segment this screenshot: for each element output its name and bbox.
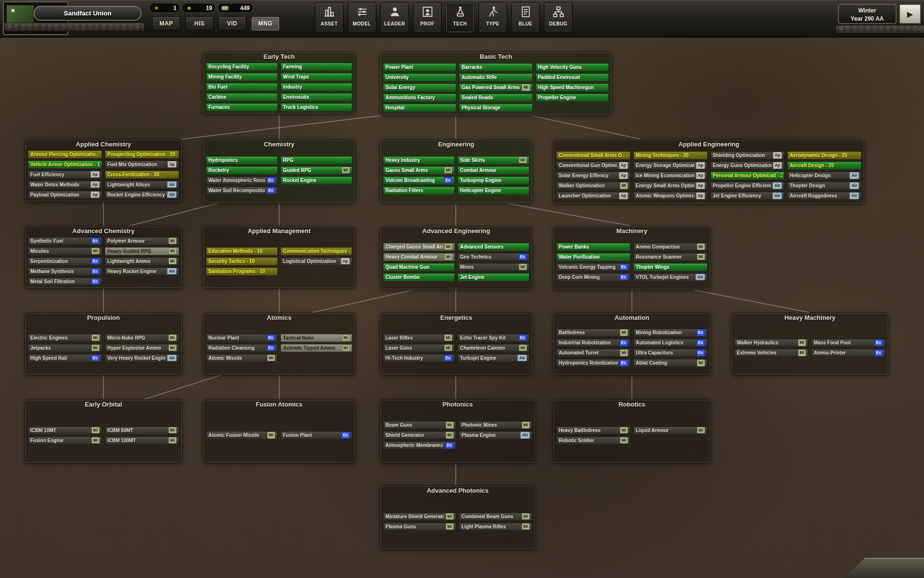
tech-item[interactable]: Solar Energy EffiencyAp [556,171,630,180]
tech-item[interactable]: Micro-Nuke RPGMi [105,334,179,342]
tech-item[interactable]: Guided RPGMi [281,166,352,174]
tech-item[interactable]: Quad Machine Gun [383,263,455,271]
tech-item[interactable]: Ablat CoatingMi [633,359,707,367]
tech-item[interactable]: JetpacksMi [28,344,102,352]
tech-item[interactable]: Energy Guns OptimizationAp [710,161,784,170]
tech-item[interactable]: Heavy BattledressMi [556,426,630,434]
tech-item[interactable]: Water Detox MethodsAp [28,181,102,189]
tech-item[interactable]: Mining Facility [206,73,278,81]
tech-item[interactable]: Metal Soil FiltrationEc [28,277,102,286]
tech-item[interactable]: Thopter DesignAir [787,182,861,190]
tech-item[interactable]: Resonance ScannerMi [633,253,707,261]
tech-item[interactable]: Wind Traps [281,73,352,81]
tech-item[interactable]: Extreme VehiclesMi [734,349,808,357]
model-button[interactable]: MODEL [347,2,376,33]
tech-item[interactable]: Industry [281,83,352,91]
tech-item[interactable]: Echo Tracer Spy KitEc [458,334,529,342]
tech-item[interactable]: Energy Small Arms Optimiz.Ap [633,182,707,190]
tech-item[interactable]: Geo TechnicsEc [458,253,529,261]
tech-item[interactable]: Deep Core MiningEc [556,273,630,281]
tech-item[interactable]: Fusion EngineMi [28,436,102,445]
tech-item[interactable]: Radiation Filters [383,186,455,195]
tech-item[interactable]: Plasma EngineAir [459,431,532,439]
tab-vid[interactable]: VID [218,16,246,31]
tech-item[interactable]: Side SkirtsMi [458,156,529,164]
tech-item[interactable]: Rocket Engine [281,176,352,184]
tech-item[interactable]: Security Tactics - 10 [206,257,278,265]
tech-item[interactable]: Automated TurretMi [556,349,630,357]
tech-item[interactable]: MinesMi [458,263,529,271]
tech-item[interactable]: Walker HydraulicsMi [734,339,808,347]
type-button[interactable]: TYPE [478,2,507,33]
tech-item[interactable]: Aircraft RuggednessAir [787,192,861,200]
tech-item[interactable]: RPG [281,156,352,164]
tech-item[interactable]: Thopter Wings [633,263,707,271]
leader-button[interactable]: LEADER [380,2,409,33]
tech-item[interactable]: Nuclear PlantEc [206,334,278,342]
tech-item[interactable]: Propeller Engine EfficiencyAir [710,182,784,190]
tech-item[interactable]: Heavy Rocket EngineAir [105,267,179,276]
tech-item[interactable]: Physical Storage [459,104,532,112]
tech-item[interactable]: High Speed RailEc [28,354,102,362]
tech-item[interactable]: Laser RiflesMi [383,334,455,342]
tech-item[interactable]: Beam GunsMi [383,421,456,429]
tech-item[interactable]: Logistical OptimizationAp [281,257,352,265]
tech-item[interactable]: Envirosuits [281,93,352,101]
tech-item[interactable]: Very Heavy Rocket EngineAir [105,354,179,362]
blue-button[interactable]: BLUE [511,2,540,33]
tech-item[interactable]: Ammo CompactionMi [633,243,707,251]
tech-item[interactable]: Helicopter DesignAir [787,171,861,180]
tech-item[interactable]: Automated LogisticsEc [633,339,707,347]
tech-item[interactable]: Heavy Industry [383,156,455,164]
tech-item[interactable]: Communication Techniques - 10 [281,247,352,255]
tech-item[interactable]: SerpentinizationEc [28,257,102,265]
tech-item[interactable]: Advanced Sensors [458,243,529,251]
tech-item[interactable]: Cross-Fertilization - 20 [105,171,179,179]
tech-item[interactable]: Aerodynamic Design - 20 [787,151,861,159]
debug-button[interactable]: DEBUG [544,2,573,33]
tech-item[interactable]: Armour Piercing Optimizatio.. - 10 [28,150,102,158]
tech-item[interactable]: Laser GunsMi [383,344,455,352]
tech-item[interactable]: Personal Armour Optimizati - 20 [710,171,784,180]
tech-item[interactable]: Photonic MinesMi [459,421,532,429]
tech-item[interactable]: Hyper Explosive AmmoMi [105,344,179,352]
tech-item[interactable]: Fuel Mix OptimizationAp [105,160,179,169]
tech-item[interactable]: Robotic SoldierMi [556,436,630,445]
tech-item[interactable]: Gas Powered Small ArmsMi [459,83,532,92]
tech-item[interactable]: Electric EnginesMi [28,334,102,342]
tech-item[interactable]: Fuel EfficiencyAp [28,171,102,179]
play-button[interactable]: ▶ [899,4,921,24]
tech-item[interactable]: Mining RobotizationEc [633,328,707,337]
tech-item[interactable]: Ammunitions Factory [383,93,456,102]
tech-item[interactable]: Charged Gauss Small ArmsMi [383,243,455,251]
tech-item[interactable]: Ice Mining EconomizationAp [633,171,707,180]
tech-item[interactable]: Hydroponics RobotizationEc [556,359,630,367]
tech-item[interactable]: High Speed Machinegun [536,83,609,92]
tech-item[interactable]: Turboprop Engine [458,176,529,184]
tech-item[interactable]: Launcher OptimizationAp [556,192,630,200]
tech-item[interactable]: Hospital [383,104,456,112]
tech-item[interactable]: Tactical NukeMi [281,334,352,342]
tech-item[interactable]: Solar Energy [383,83,456,92]
tech-item[interactable]: Mining Techniques - 20 [633,151,707,159]
tech-item[interactable]: Bio Fuel [206,83,278,91]
tech-item[interactable]: VTOL Turbojet EnginesAir [633,273,707,281]
tab-map[interactable]: MAP [152,16,180,31]
tech-item[interactable]: Sanitation Programs - 10 [206,267,278,276]
tech-item[interactable]: Energy Storage Optimizatio.Ap [633,161,707,170]
tech-item[interactable]: Turbojet EngineAir [458,354,529,362]
tech-item[interactable]: Combat Armour [458,166,529,174]
tech-item[interactable]: Power Plant [383,63,456,71]
tech-item[interactable]: Sealed Roads [459,93,532,102]
tech-item[interactable]: Walker OptimizationMi [556,182,630,190]
tech-item[interactable]: Shielding OptimizationAp [710,151,784,159]
tech-item[interactable]: Heavy Combat ArmourMi [383,253,455,261]
tech-item[interactable]: ICBM 100MTMi [105,436,179,445]
tech-item[interactable]: Propeller Engine [536,93,609,102]
tech-item[interactable]: Plasma GunsMi [383,523,456,531]
tech-item[interactable]: Fusion PlantEc [281,431,352,439]
tech-button[interactable]: TECH [446,2,475,33]
tech-item[interactable]: Light Plasma RiflesMi [459,523,532,531]
tab-mng[interactable]: MNG [251,16,280,31]
tech-item[interactable]: Cluster Bombs [383,273,455,281]
